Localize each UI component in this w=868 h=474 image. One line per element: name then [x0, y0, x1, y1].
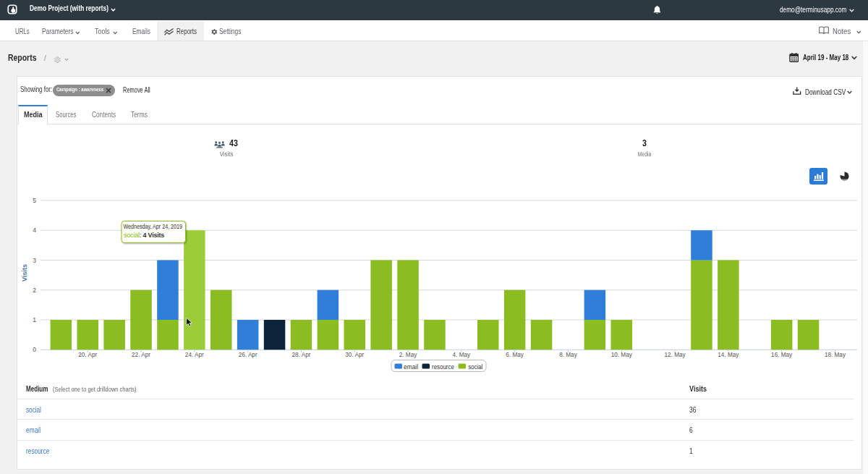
svg-text:24. Apr: 24. Apr	[185, 352, 204, 358]
svg-text:social: social	[468, 363, 482, 371]
svg-text:10. May: 10. May	[611, 352, 633, 358]
svg-text:1: 1	[33, 316, 36, 323]
svg-text:18. May: 18. May	[825, 352, 846, 358]
svg-text:4. May: 4. May	[453, 352, 471, 358]
svg-text:6. May: 6. May	[506, 352, 524, 358]
svg-text:26. Apr: 26. Apr	[239, 352, 258, 358]
svg-text:20. Apr: 20. Apr	[78, 352, 97, 358]
svg-text:16. May: 16. May	[771, 352, 793, 358]
svg-text:email: email	[404, 363, 418, 371]
svg-text:12. May: 12. May	[664, 352, 686, 358]
svg-text:5: 5	[33, 197, 36, 204]
svg-text:3: 3	[33, 257, 36, 264]
svg-text:14. May: 14. May	[718, 352, 739, 358]
svg-text:2. May: 2. May	[399, 352, 417, 358]
svg-text:Wednesday, Apr 24, 2019: Wednesday, Apr 24, 2019	[124, 223, 183, 230]
svg-text:28. Apr: 28. Apr	[292, 352, 310, 358]
svg-text:30. Apr: 30. Apr	[345, 352, 364, 358]
svg-text:social: 4 Visits: social: 4 Visits	[124, 232, 164, 239]
svg-text:4: 4	[33, 227, 36, 234]
svg-text:22. Apr: 22. Apr	[132, 352, 150, 358]
svg-text:8. May: 8. May	[559, 352, 577, 358]
svg-text:0: 0	[33, 346, 36, 353]
svg-text:resource: resource	[432, 363, 454, 371]
svg-text:2: 2	[33, 287, 36, 294]
svg-text:Visits: Visits	[21, 264, 28, 282]
